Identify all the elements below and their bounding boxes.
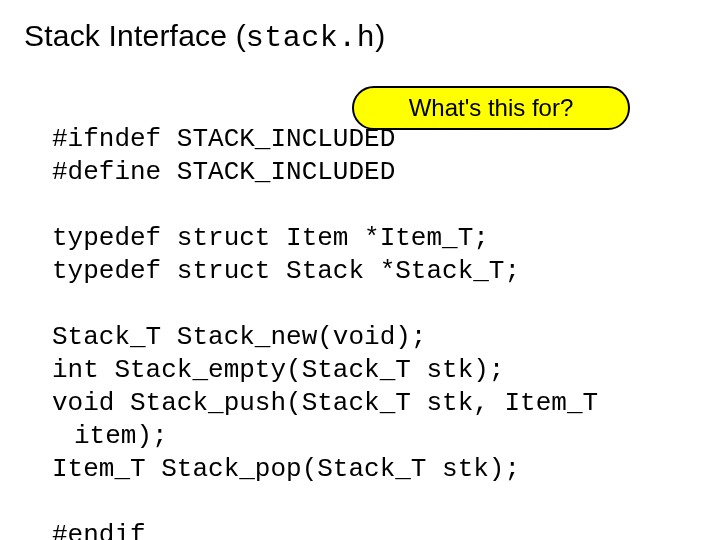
title-suffix: ) bbox=[375, 19, 385, 52]
code-line: #define STACK_INCLUDED bbox=[52, 157, 395, 187]
code-area: What's this for? #ifndef STACK_INCLUDED … bbox=[24, 90, 696, 540]
code-line: Stack_T Stack_new(void); bbox=[52, 322, 426, 352]
code-line: typedef struct Stack *Stack_T; bbox=[52, 256, 520, 286]
code-line: #endif bbox=[52, 520, 146, 540]
code-block: #ifndef STACK_INCLUDED #define STACK_INC… bbox=[52, 90, 696, 540]
slide-title: Stack Interface (stack.h) bbox=[24, 18, 696, 56]
callout-text: What's this for? bbox=[409, 96, 574, 120]
title-filename: stack.h bbox=[246, 21, 376, 55]
code-line: int Stack_empty(Stack_T stk); bbox=[52, 355, 504, 385]
code-line: item); bbox=[74, 421, 168, 451]
title-prefix: Stack Interface ( bbox=[24, 19, 246, 52]
slide: Stack Interface (stack.h) What's this fo… bbox=[0, 0, 720, 540]
code-line: void Stack_push(Stack_T stk, Item_T bbox=[52, 388, 598, 418]
code-line: #ifndef STACK_INCLUDED bbox=[52, 124, 395, 154]
code-line: Item_T Stack_pop(Stack_T stk); bbox=[52, 454, 520, 484]
callout-bubble: What's this for? bbox=[352, 86, 630, 130]
code-line: typedef struct Item *Item_T; bbox=[52, 223, 489, 253]
